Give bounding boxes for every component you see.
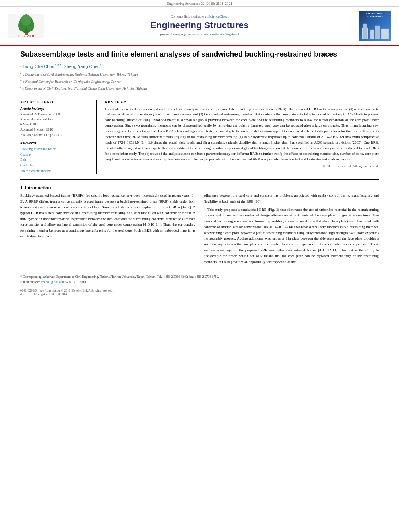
affiliations: a a Department of Civil Engineering, Nat… bbox=[20, 71, 379, 92]
abstract-text: This study presents the experimental and… bbox=[105, 107, 379, 162]
body-col-left: Buckling-restrained braced frames (BRBFs… bbox=[20, 193, 195, 267]
available-date: Available online 13 April 2010 bbox=[20, 132, 90, 138]
doi-line: doi:10.1016/j.engstruct.2010.03.014 bbox=[20, 292, 379, 296]
body-para3: This study proposes a sandwiched BRB (Fi… bbox=[204, 207, 379, 265]
journal-header: ELSEVIER Contents lists available at Sci… bbox=[0, 7, 399, 46]
journal-cover-image: ENGINEERINGSTRUCTURES bbox=[359, 11, 391, 41]
section1-title: 1. Introduction bbox=[20, 185, 379, 190]
sciencedirect-link[interactable]: ScienceDirect bbox=[208, 14, 228, 18]
svg-rect-8 bbox=[363, 24, 367, 39]
keyword-1: Buckling-restrained brace bbox=[20, 146, 90, 152]
footnote-star: * Corresponding author at: Department of… bbox=[20, 275, 379, 279]
article-title: Subassemblage tests and finite element a… bbox=[20, 50, 379, 59]
journal-title: Engineering Structures bbox=[52, 20, 347, 31]
sciencedirect-line: Contents lists available at ScienceDirec… bbox=[52, 14, 347, 18]
footnote-email: E-mail address: cechau@ntu.edu.tw (C.-C.… bbox=[20, 279, 379, 285]
keyword-2: Channel bbox=[20, 152, 90, 158]
right-logo-area: ENGINEERINGSTRUCTURES bbox=[347, 11, 391, 41]
received-revised-label: Received in revised form bbox=[20, 117, 90, 122]
body-para2: adherence between the steel core and con… bbox=[204, 193, 379, 204]
keyword-4: Cyclic test bbox=[20, 163, 90, 168]
article-info-header: ARTICLE INFO bbox=[20, 100, 90, 104]
received-revised-date: 6 March 2010 bbox=[20, 122, 90, 127]
citation-bar: Engineering Structures 32 (2010) 2108–21… bbox=[0, 0, 399, 7]
body-para1: Buckling-restrained braced frames (BRBFs… bbox=[20, 193, 195, 239]
article-info-abstract: ARTICLE INFO Article history: Received 2… bbox=[20, 100, 379, 174]
homepage-line: journal homepage: www.elsevier.com/locat… bbox=[52, 32, 347, 36]
bottom-ids: 0141-0296/$ – see front matter © 2010 El… bbox=[20, 289, 379, 296]
homepage-link[interactable]: www.elsevier.com/locate/engstruct bbox=[188, 32, 239, 36]
svg-rect-10 bbox=[375, 26, 380, 39]
citation-text: Engineering Structures 32 (2010) 2108–21… bbox=[167, 2, 232, 6]
affil-1: a a Department of Civil Engineering, Nat… bbox=[20, 71, 379, 78]
author2-sup: c bbox=[100, 63, 101, 67]
body-divider bbox=[20, 179, 379, 180]
author1-sup: a,b,* bbox=[55, 63, 61, 67]
authors-line: Chung-Che Choua,b,*, Sheng-Yang Chenc bbox=[20, 63, 379, 69]
history-label: Article history: bbox=[20, 107, 90, 111]
accepted-date: Accepted 9 March 2010 bbox=[20, 127, 90, 132]
body-two-col: Buckling-restrained braced frames (BRBFs… bbox=[20, 193, 379, 267]
journal-center-info: Contents lists available at ScienceDirec… bbox=[52, 14, 347, 38]
copyright-line: © 2010 Elsevier Ltd. All rights reserved… bbox=[105, 164, 379, 168]
homepage-label: journal homepage: bbox=[160, 32, 187, 36]
keyword-3: Bolt bbox=[20, 157, 90, 163]
email-link[interactable]: cechau@ntu.edu.tw bbox=[41, 280, 68, 284]
keywords-label: Keywords: bbox=[20, 141, 90, 145]
issn-line: 0141-0296/$ – see front matter © 2010 El… bbox=[20, 289, 379, 292]
elsevier-logo-svg: ELSEVIER bbox=[8, 14, 44, 38]
author2-name: Sheng-Yang Chen bbox=[64, 64, 100, 69]
affil-3: c c Department of Civil Engineering, Nat… bbox=[20, 85, 379, 92]
cover-title: ENGINEERINGSTRUCTURES bbox=[360, 12, 390, 18]
svg-point-5 bbox=[21, 14, 31, 26]
cover-visual bbox=[360, 20, 391, 40]
svg-rect-9 bbox=[370, 30, 374, 39]
abstract-header: ABSTRACT bbox=[105, 100, 379, 104]
section-divider bbox=[20, 97, 379, 97]
affil-2: b b National Center for Research on Eart… bbox=[20, 78, 379, 85]
keyword-5: Finite element analysis bbox=[20, 168, 90, 174]
article-info-column: ARTICLE INFO Article history: Received 2… bbox=[20, 100, 97, 174]
svg-rect-11 bbox=[381, 29, 389, 39]
keywords-section: Keywords: Buckling-restrained brace Chan… bbox=[20, 141, 90, 174]
received-date1: Received 29 December 2008 bbox=[20, 112, 90, 117]
author1-name: Chung-Che Chou bbox=[20, 64, 55, 69]
svg-text:ELSEVIER: ELSEVIER bbox=[18, 34, 34, 38]
contents-label: Contents lists available at bbox=[171, 14, 208, 18]
body-col-right: adherence between the steel core and con… bbox=[204, 193, 379, 267]
article-history: Article history: Received 29 December 20… bbox=[20, 107, 90, 138]
article-content: Subassemblage tests and finite element a… bbox=[0, 46, 399, 304]
introduction-section: 1. Introduction Buckling-restrained brac… bbox=[20, 185, 379, 267]
footnotes: * Corresponding author at: Department of… bbox=[20, 272, 379, 285]
abstract-column: ABSTRACT This study presents the experim… bbox=[105, 100, 379, 174]
left-logo-area: ELSEVIER bbox=[8, 14, 52, 38]
